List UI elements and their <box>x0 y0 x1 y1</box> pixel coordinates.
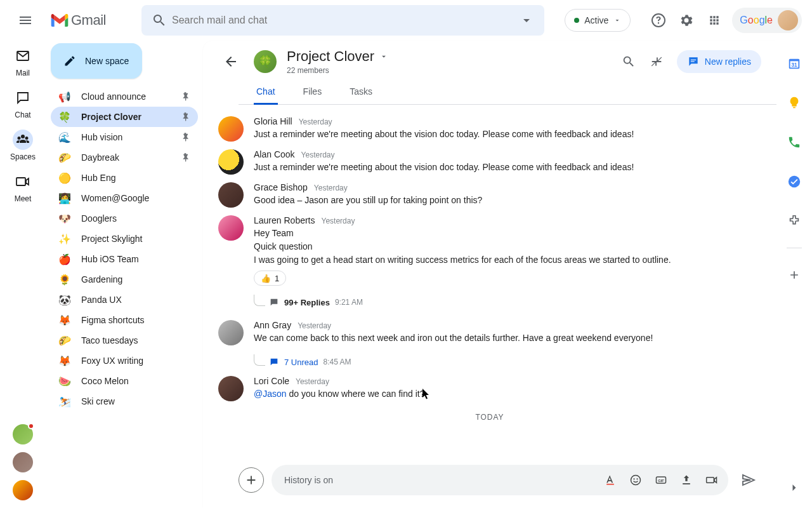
tab-chat[interactable]: Chat <box>254 80 278 105</box>
space-item[interactable]: 🌮Taco tuesdays <box>51 330 198 351</box>
keep-icon <box>787 96 801 110</box>
space-item[interactable]: 👩‍💻Women@Google <box>51 188 198 208</box>
message-body: Hey Team Quick question I was going to g… <box>254 227 761 267</box>
settings-button[interactable] <box>674 8 699 33</box>
compose-add-button[interactable] <box>239 467 264 493</box>
space-name: Gardening <box>81 274 190 284</box>
space-name: Daybreak <box>81 152 170 163</box>
emoji-button[interactable] <box>624 469 647 491</box>
message-time: Yesterday <box>322 217 355 225</box>
message-avatar[interactable] <box>218 320 244 345</box>
rail-contact-3[interactable] <box>13 480 33 500</box>
tasks-addon[interactable] <box>782 169 807 194</box>
status-chip[interactable]: Active <box>565 9 631 32</box>
space-item[interactable]: ⛷️Ski crew <box>51 391 198 411</box>
space-item[interactable]: 🌮Daybreak <box>51 147 198 168</box>
thread-unread-link[interactable]: 7 Unread 8:45 AM <box>254 354 761 370</box>
reaction-chip[interactable]: 👍 1 <box>254 271 286 286</box>
message-body: Just a reminder we're meeting about the … <box>254 128 761 141</box>
gmail-logo[interactable]: Gmail <box>46 12 106 29</box>
side-panel-toggle[interactable] <box>782 475 807 500</box>
message-list[interactable]: Gloria HillYesterday Just a reminder we'… <box>203 105 776 457</box>
space-emoji-icon: 🌮 <box>58 151 71 164</box>
svg-point-8 <box>789 176 800 187</box>
message-avatar[interactable] <box>218 376 244 401</box>
apps-button[interactable] <box>702 8 727 33</box>
presence-badge-icon <box>28 423 34 429</box>
space-item[interactable]: 🌻Gardening <box>51 269 198 290</box>
spaces-list: 📢Cloud announce🍀Project Clover🌊Hub visio… <box>51 86 198 411</box>
back-button[interactable] <box>218 49 244 74</box>
gif-button[interactable]: GIF <box>650 469 672 491</box>
thread-replies-link[interactable]: 99+ Replies 9:21 AM <box>254 295 761 310</box>
compose-input[interactable]: History is on GIF <box>272 465 728 495</box>
new-replies-button[interactable]: New replies <box>677 50 761 73</box>
chat-search-button[interactable] <box>616 49 641 74</box>
message-author: Lauren Roberts <box>254 215 315 225</box>
upload-icon <box>680 474 693 486</box>
message-avatar[interactable] <box>218 215 244 241</box>
search-icon[interactable] <box>147 8 172 33</box>
member-count[interactable]: 22 members <box>287 66 606 75</box>
arrow-left-icon <box>223 54 239 69</box>
search-input[interactable] <box>172 15 514 26</box>
search-options-button[interactable] <box>514 8 539 33</box>
space-item[interactable]: 🦊Foxy UX writing <box>51 351 198 371</box>
gmail-m-icon <box>51 14 69 27</box>
chat-title-button[interactable]: Project Clover <box>287 48 606 65</box>
keep-addon[interactable] <box>782 90 807 116</box>
send-icon <box>741 472 756 488</box>
pin-icon <box>180 91 190 102</box>
space-emoji-icon: ✨ <box>58 232 71 245</box>
space-item[interactable]: ✨Project Skylight <box>51 229 198 249</box>
chat-tabs: Chat Files Tasks <box>239 75 776 105</box>
compose-placeholder: History is on <box>284 475 599 485</box>
space-item[interactable]: 🐶Dooglers <box>51 208 198 229</box>
contacts-addon[interactable] <box>782 208 807 234</box>
message-row: Ann GrayYesterday We can come back to th… <box>218 316 761 349</box>
chevron-down-icon <box>379 52 388 61</box>
space-item[interactable]: 🍎Hub iOS Team <box>51 249 198 269</box>
space-item[interactable]: 📢Cloud announce <box>51 86 198 107</box>
send-button[interactable] <box>736 467 761 493</box>
space-item[interactable]: 🌊Hub vision <box>51 127 198 147</box>
rail-meet[interactable]: Meet <box>0 169 46 211</box>
collapse-button[interactable] <box>644 49 669 74</box>
new-space-button[interactable]: New space <box>51 43 142 79</box>
get-addons-button[interactable] <box>782 262 807 288</box>
message-author: Lori Cole <box>254 376 289 386</box>
account-button[interactable]: Google <box>732 8 802 33</box>
video-button[interactable] <box>700 469 723 491</box>
space-item[interactable]: 🟡Hub Eng <box>51 168 198 188</box>
main-menu-button[interactable] <box>10 5 41 36</box>
rail-mail[interactable]: Mail <box>0 43 46 85</box>
space-name: Panda UX <box>81 295 190 305</box>
space-item[interactable]: 🍉Coco Melon <box>51 371 198 391</box>
pencil-icon <box>63 55 76 67</box>
space-emoji-icon: 🌮 <box>58 334 71 347</box>
space-item[interactable]: 🦊Figma shortcuts <box>51 310 198 330</box>
mention[interactable]: @Jason <box>254 389 287 399</box>
space-item[interactable]: 🍀Project Clover <box>51 107 198 127</box>
rail-contact-2[interactable] <box>13 452 33 472</box>
space-item[interactable]: 🐼Panda UX <box>51 290 198 310</box>
format-button[interactable] <box>599 469 622 491</box>
support-button[interactable] <box>646 8 671 33</box>
help-icon <box>651 13 666 28</box>
upload-button[interactable] <box>675 469 698 491</box>
rail-spaces[interactable]: Spaces <box>0 127 46 169</box>
message-row: Lauren RobertsYesterday Hey Team Quick q… <box>218 211 761 290</box>
tab-files[interactable]: Files <box>301 80 325 105</box>
svg-text:31: 31 <box>791 62 797 68</box>
phone-addon[interactable] <box>782 130 807 155</box>
message-avatar[interactable] <box>218 116 244 142</box>
chat-title: Project Clover <box>287 48 374 65</box>
tab-tasks[interactable]: Tasks <box>347 80 375 105</box>
space-avatar[interactable]: 🍀 <box>254 50 277 73</box>
rail-contact-1[interactable] <box>13 424 33 444</box>
rail-chat[interactable]: Chat <box>0 85 46 127</box>
message-avatar[interactable] <box>218 149 244 175</box>
calendar-addon[interactable]: 31 <box>782 51 807 76</box>
message-avatar[interactable] <box>218 182 244 208</box>
search-bar[interactable] <box>141 5 544 36</box>
